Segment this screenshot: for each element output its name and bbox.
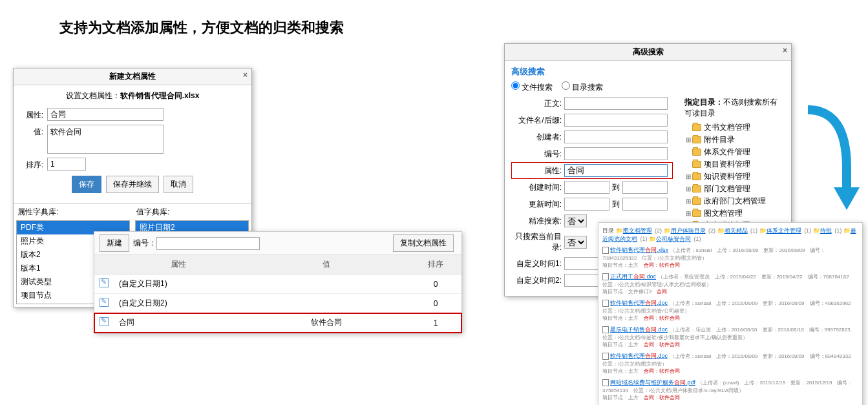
file-icon [602, 379, 609, 386]
search-result-item[interactable]: 软件销售代理合同.doc （上传者：sunsail 上传：2016/08/09 … [602, 299, 858, 322]
file-icon [602, 247, 609, 254]
dialog-title: 新建文档属性 [109, 72, 156, 81]
filename-input[interactable] [564, 114, 668, 127]
utime-label: 更新时间: [511, 199, 564, 210]
attr-input[interactable] [564, 164, 668, 177]
expand-icon[interactable]: ⊞ [684, 185, 692, 192]
radio-file-search[interactable]: 文件搜索 [511, 83, 553, 92]
value-textarea[interactable] [47, 125, 164, 154]
folder-icon [692, 173, 701, 180]
utime-to-input[interactable] [622, 198, 668, 211]
curdir-select[interactable]: 否 [564, 236, 587, 249]
file-icon [602, 326, 609, 333]
advanced-search-heading: 高级搜索 [511, 66, 785, 78]
folder-icon [692, 124, 701, 131]
tree-item[interactable]: 体系文件管理 [684, 146, 785, 158]
col-order: 排序 [410, 255, 461, 275]
value-label: 值: [21, 125, 47, 138]
edit-icon[interactable] [100, 317, 109, 326]
cust2-label: 自定义时间2: [511, 275, 564, 286]
file-icon [602, 353, 609, 360]
exact-label: 精准搜索: [511, 216, 564, 227]
search-result-item[interactable]: 软件销售代理合同.xlsx （上传者：sunsail 上传：2016/08/09… [602, 246, 858, 269]
save-button[interactable]: 保存 [72, 176, 101, 193]
col-val: 值 [243, 255, 410, 275]
breadcrumb-link[interactable]: 公司融资合同 [656, 236, 691, 242]
dialog-header: 高级搜索 × [505, 44, 791, 61]
ctime-label: 创建时间: [511, 182, 564, 193]
number-input[interactable] [156, 237, 260, 250]
expand-icon[interactable]: ⊞ [684, 210, 692, 217]
creator-label: 创建者: [511, 132, 564, 143]
breadcrumb-link[interactable]: 图文档管理 [623, 227, 652, 234]
breadcrumb-link[interactable]: 待批 [820, 227, 832, 234]
search-result-item[interactable]: 正式用工合同.doc （上传者：系统管理员 上传：2015/04/22 更新：2… [602, 273, 858, 295]
cancel-button[interactable]: 取消 [164, 176, 193, 193]
number-label: 编号： [133, 238, 156, 249]
number-input[interactable] [564, 147, 668, 160]
tree-item[interactable]: ⊞政府部门文档管理 [684, 195, 785, 207]
search-result-item[interactable]: 网站域名续费与维护服务合同.pdf （上传者：(czwxl) 上传：2015/1… [602, 379, 858, 401]
close-icon[interactable]: × [783, 46, 787, 55]
folder-icon [692, 185, 701, 192]
folder-icon [692, 161, 701, 168]
page-title: 支持为文档添加属性，方便文档的归类和搜索 [59, 18, 344, 37]
result-filename-link[interactable]: 软件销售代理合同.xlsx [610, 247, 668, 253]
save-continue-button[interactable]: 保存并继续 [106, 176, 159, 193]
copy-attributes-button[interactable]: 复制文档属性 [393, 234, 454, 252]
edit-icon[interactable] [100, 298, 109, 307]
ctime-from-input[interactable] [564, 181, 609, 194]
creator-input[interactable] [564, 130, 668, 143]
flow-arrow-icon [801, 103, 860, 220]
result-filename-link[interactable]: 网站域名续费与维护服务合同.pdf [610, 379, 695, 386]
tree-item[interactable]: ⊞图文档管理 [684, 207, 785, 220]
attribute-table-panel: 新建 编号： 复制文档属性 属性 值 排序 (自定义日期1)0(自定义日期2)0… [94, 231, 462, 333]
cust1-label: 自定义时间1: [511, 258, 564, 269]
order-label: 排序: [21, 158, 47, 171]
result-filename-link[interactable]: 软件销售代理合同.doc [610, 300, 668, 306]
tree-item[interactable]: ⊞附件目录 [684, 134, 785, 146]
tree-item[interactable]: ⊞部门文档管理 [684, 183, 785, 195]
exact-select[interactable]: 否 [564, 214, 587, 227]
curdir-label: 只搜索当前目录: [511, 231, 564, 253]
expand-icon[interactable]: ⊞ [684, 136, 692, 143]
result-filename-link[interactable]: 星辰电子销售合同.doc [610, 326, 668, 333]
breadcrumb-link[interactable]: 用户体验目录 [671, 227, 706, 234]
breadcrumb-link[interactable]: 相关精品 [725, 227, 748, 234]
col-attr: 属性 [114, 255, 243, 275]
utime-from-input[interactable] [564, 198, 609, 211]
dialog-title: 高级搜索 [633, 47, 664, 56]
dialog-header: 新建文档属性 × [14, 68, 251, 85]
fulltext-label: 正文: [511, 98, 564, 109]
result-filename-link[interactable]: 正式用工合同.doc [610, 273, 656, 280]
breadcrumb-link[interactable]: 体系文件管理 [767, 227, 801, 234]
tree-item[interactable]: ⊞知识资料管理 [684, 171, 785, 183]
expand-icon[interactable]: ⊞ [684, 198, 692, 205]
table-row[interactable]: (自定义日期2)0 [94, 294, 461, 313]
table-row[interactable]: 合同软件合同1 [94, 313, 461, 333]
close-icon[interactable]: × [243, 70, 248, 79]
search-type-radios: 文件搜索 目录搜索 [511, 81, 785, 93]
radio-dir-search[interactable]: 目录搜索 [562, 83, 603, 92]
search-results-panel: 目录 📁图文档管理 (2) 📁用户体验目录 (2) 📁相关精品 (1) 📁体系文… [598, 222, 863, 405]
setting-file-label: 设置文档属性：软件销售代理合同.xlsx [21, 90, 244, 101]
table-row[interactable]: (自定义日期1)0 [94, 275, 461, 294]
search-result-item[interactable]: 星辰电子销售合同.doc （上传者：乐山游 上传：2016/08/10 更新：2… [602, 326, 858, 348]
folder-icon [692, 198, 701, 205]
result-filename-link[interactable]: 软件销售代理合同.doc [610, 353, 668, 359]
folder-icon [692, 210, 701, 217]
ctime-to-input[interactable] [622, 181, 668, 194]
order-input[interactable] [47, 158, 86, 171]
tree-item[interactable]: 项目资料管理 [684, 158, 785, 171]
dict-val-label: 值字典库: [132, 204, 251, 220]
edit-icon[interactable] [100, 278, 109, 287]
fulltext-input[interactable] [564, 97, 668, 110]
dict-attr-label: 属性字典库: [14, 204, 132, 220]
new-button[interactable]: 新建 [100, 234, 129, 252]
search-result-item[interactable]: 软件销售代理合同.doc （上传者：sunsail 上传：2016/08/09 … [602, 352, 858, 375]
tree-item[interactable]: 文书文档管理 [684, 121, 785, 134]
folder-icon [692, 136, 701, 143]
expand-icon[interactable]: ⊞ [684, 173, 692, 180]
attr-input[interactable] [47, 108, 164, 121]
dir-label: 指定目录：不选则搜索所有可读目录 [684, 97, 785, 119]
